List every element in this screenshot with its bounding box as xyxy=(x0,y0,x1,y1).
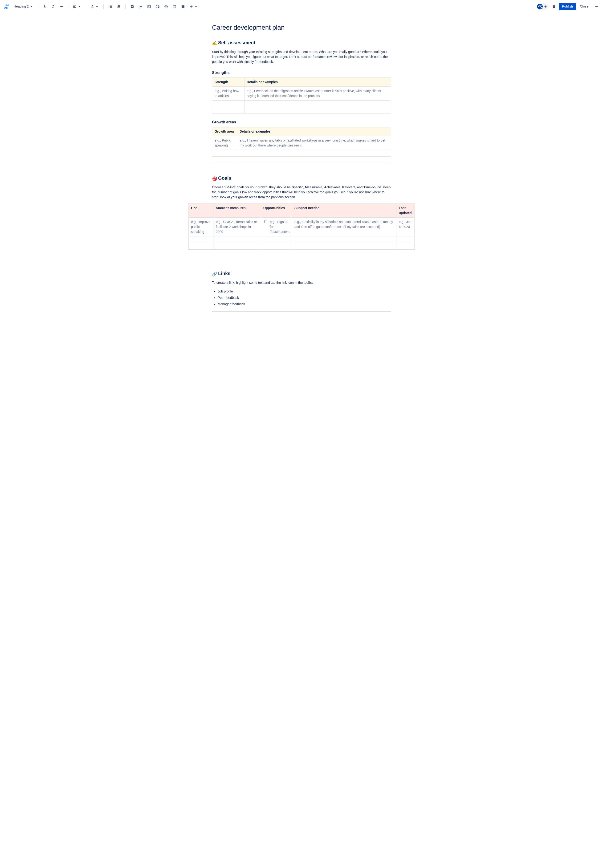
cell[interactable] xyxy=(396,236,414,243)
goals-table[interactable]: Goal Success measures Opportunities Supp… xyxy=(189,204,414,250)
cell[interactable] xyxy=(396,243,414,250)
more-formatting-button[interactable] xyxy=(58,3,65,10)
cell[interactable] xyxy=(189,243,213,250)
cell[interactable] xyxy=(213,236,261,243)
table-row[interactable]: e.g., Public speaking e.g., I haven't gi… xyxy=(212,136,391,150)
col-support[interactable]: Support needed xyxy=(292,204,396,218)
cell[interactable]: e.g., Feedback on the migration article … xyxy=(244,86,391,100)
svg-point-19 xyxy=(165,5,167,8)
cell[interactable] xyxy=(212,157,237,163)
action-item-button[interactable] xyxy=(128,3,136,10)
cell[interactable] xyxy=(212,150,237,157)
mention-button[interactable] xyxy=(154,3,161,10)
document-body[interactable]: Career development plan ✍️Self-assessmen… xyxy=(212,13,391,335)
links-intro[interactable]: To create a link, highlight some text an… xyxy=(212,280,391,285)
col-strength[interactable]: Strength xyxy=(212,78,244,86)
links-list[interactable]: Job profile Peer feedback Manager feedba… xyxy=(212,289,391,307)
table-row[interactable] xyxy=(189,243,414,250)
goals-heading[interactable]: 🎯Goals xyxy=(212,175,391,182)
cell[interactable] xyxy=(244,100,391,107)
goals-intro[interactable]: Choose SMART goals for your growth: they… xyxy=(212,185,391,200)
bold-button[interactable] xyxy=(41,3,48,10)
col-updated[interactable]: Last updated xyxy=(396,204,414,218)
cell[interactable]: e.g., Writing how-to articles xyxy=(212,86,244,100)
close-button[interactable]: Close xyxy=(577,3,591,10)
table-header-row: Growth area Details or examples xyxy=(212,127,391,136)
layouts-button[interactable] xyxy=(179,3,187,10)
list-item[interactable]: Peer feedback xyxy=(218,295,391,300)
bullet-list-button[interactable] xyxy=(107,3,114,10)
col-opportunities[interactable]: Opportunities xyxy=(261,204,292,218)
col-success[interactable]: Success measures xyxy=(213,204,261,218)
strengths-heading[interactable]: Strengths xyxy=(212,70,391,76)
action-checkbox[interactable] xyxy=(264,220,267,223)
growth-table[interactable]: Growth area Details or examples e.g., Pu… xyxy=(212,127,391,163)
table-row[interactable] xyxy=(212,150,391,157)
cell[interactable]: e.g., Sign up for Toastmasters xyxy=(261,218,292,236)
cell[interactable] xyxy=(212,100,244,107)
cell[interactable] xyxy=(212,107,244,114)
self-assessment-intro[interactable]: Start by thinking through your existing … xyxy=(212,49,391,64)
svg-rect-16 xyxy=(131,5,133,8)
alignment-button[interactable] xyxy=(71,3,83,10)
cell[interactable]: e.g., I haven't given any talks or facil… xyxy=(237,136,391,150)
target-icon: 🎯 xyxy=(212,176,217,181)
cell[interactable] xyxy=(261,243,292,250)
strengths-table[interactable]: Strength Details or examples e.g., Writi… xyxy=(212,77,391,114)
table-row[interactable]: e.g., Improve public speaking e.g., Give… xyxy=(189,218,414,236)
self-assessment-heading[interactable]: ✍️Self-assessment xyxy=(212,39,391,46)
invite-button[interactable] xyxy=(543,4,548,9)
italic-button[interactable] xyxy=(49,3,57,10)
links-heading[interactable]: 🔗Links xyxy=(212,270,391,277)
table-row[interactable]: e.g., Writing how-to articles e.g., Feed… xyxy=(212,86,391,100)
svg-point-27 xyxy=(597,6,598,6)
table-row[interactable] xyxy=(212,157,391,163)
cell[interactable]: e.g., Improve public speaking xyxy=(189,218,213,236)
user-avatar[interactable]: CK xyxy=(537,4,543,9)
image-button[interactable] xyxy=(145,3,153,10)
insert-more-button[interactable] xyxy=(188,3,199,10)
cell[interactable]: e.g., Jan 6, 2020 xyxy=(396,218,414,236)
cell[interactable]: e.g., Give 2 external talks or facilitat… xyxy=(213,218,261,236)
action-label[interactable]: e.g., Sign up for Toastmasters xyxy=(270,219,289,234)
cell[interactable] xyxy=(189,236,213,243)
col-details[interactable]: Details or examples xyxy=(237,127,391,136)
numbered-list-button[interactable]: 123 xyxy=(115,3,122,10)
svg-rect-22 xyxy=(173,5,176,8)
publish-button[interactable]: Publish xyxy=(559,3,576,10)
chevron-down-icon xyxy=(77,5,82,9)
table-row[interactable] xyxy=(212,107,391,114)
cell[interactable] xyxy=(213,243,261,250)
more-actions-button[interactable] xyxy=(593,3,600,10)
page-title[interactable]: Career development plan xyxy=(212,23,391,32)
cell[interactable] xyxy=(244,107,391,114)
table-row[interactable] xyxy=(212,100,391,107)
presence-indicator xyxy=(541,7,543,10)
link-button[interactable] xyxy=(137,3,144,10)
cell[interactable] xyxy=(237,150,391,157)
cell[interactable] xyxy=(292,243,396,250)
action-item[interactable]: e.g., Sign up for Toastmasters xyxy=(263,219,289,234)
col-goal[interactable]: Goal xyxy=(189,204,213,218)
text-style-select[interactable]: Heading 2 xyxy=(12,3,35,10)
table-row[interactable] xyxy=(189,236,414,243)
emoji-button[interactable] xyxy=(162,3,170,10)
cell[interactable] xyxy=(261,236,292,243)
cell[interactable] xyxy=(292,236,396,243)
col-growth-area[interactable]: Growth area xyxy=(212,127,237,136)
table-button[interactable] xyxy=(171,3,178,10)
toolbar-separator xyxy=(68,4,68,9)
text-color-button[interactable] xyxy=(89,3,100,10)
chevron-down-icon xyxy=(194,5,198,9)
cell[interactable] xyxy=(237,157,391,163)
confluence-logo[interactable] xyxy=(3,3,10,10)
growth-heading[interactable]: Growth areas xyxy=(212,119,391,125)
toolbar-separator xyxy=(86,4,86,9)
restrictions-button[interactable] xyxy=(550,3,558,10)
divider xyxy=(212,311,391,312)
cell[interactable]: e.g., Public speaking xyxy=(212,136,237,150)
list-item[interactable]: Job profile xyxy=(218,289,391,294)
cell[interactable]: e.g., Flexibility in my schedule so I ca… xyxy=(292,218,396,236)
list-item[interactable]: Manager feedback xyxy=(218,302,391,307)
col-details[interactable]: Details or examples xyxy=(244,78,391,86)
